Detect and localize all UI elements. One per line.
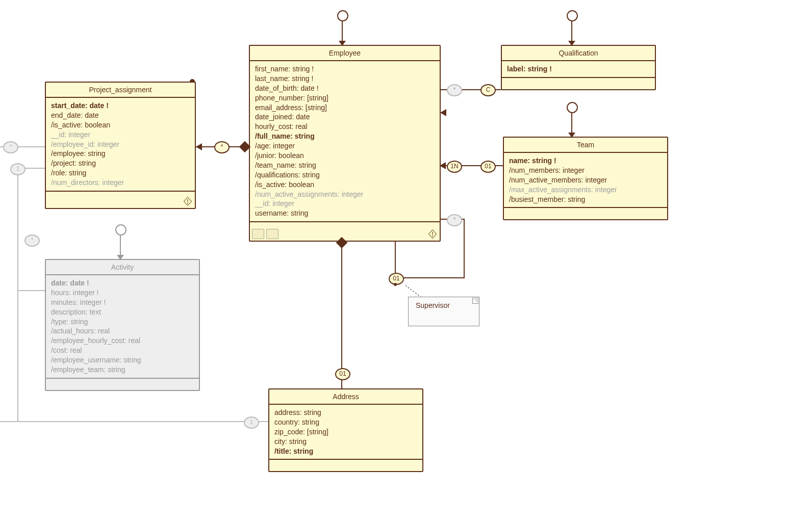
warning-icon [427,229,438,239]
activity-attributes: date: date ! hours: integer ! minutes: i… [46,275,199,379]
self-assoc-dot [394,283,397,286]
project-assignment-attributes: start_date: date ! end_date: date /is_ac… [46,98,195,192]
class-title-activity: Activity [46,260,199,275]
home-icon[interactable] [252,229,264,239]
svg-point-12 [187,203,188,204]
mult-pa-left-star: * [3,141,18,153]
employee-interface-lollipop [342,20,343,45]
warning-icon [183,196,193,206]
class-qualification[interactable]: Qualification label: string ! [501,45,656,90]
class-activity[interactable]: Activity date: date ! hours: integer ! m… [45,259,200,391]
address-attributes: address: string country: string zip_code… [269,405,422,460]
mult-emp-qual-star: * [447,84,462,96]
class-team[interactable]: Team name: string ! /num_members: intege… [503,137,668,220]
svg-point-10 [432,236,433,237]
class-title-address: Address [269,389,422,405]
class-project-assignment[interactable]: Project_assignment start_date: date ! en… [45,82,196,209]
class-title-project-assignment: Project_assignment [46,83,195,98]
note-supervisor[interactable]: Supervisor [408,297,479,326]
mult-emp-self-star: * [447,214,462,226]
class-title-qualification: Qualification [502,46,655,61]
mult-activity-one: 1 [244,416,259,429]
class-title-team: Team [504,138,667,153]
mult-activity-star: * [24,234,40,247]
class-employee[interactable]: Employee first_name: string ! last_name:… [249,45,441,242]
mult-emp-team-01: 01 [480,161,496,173]
nav-arrow-qual [440,109,446,116]
mult-pa-left-one: 1 [10,163,26,175]
activity-interface-lollipop [120,234,121,259]
class-address[interactable]: Address address: string country: string … [268,388,423,472]
mult-emp-qual-c: C [480,84,496,96]
qualification-interface-lollipop [571,20,572,45]
note-label: Supervisor [416,301,450,309]
mult-emp-team-1n: 1N [447,161,462,173]
nav-arrow-team [440,162,446,169]
nav-arrow-pa [196,143,202,150]
list-icon[interactable] [266,229,278,239]
qualification-attributes: label: string ! [502,61,655,78]
team-interface-lollipop [571,112,572,137]
class-title-employee: Employee [250,46,440,61]
employee-attributes: first_name: string ! last_name: string !… [250,61,440,222]
mult-emp-addr-01: 01 [335,368,350,380]
team-attributes: name: string ! /num_members: integer /nu… [504,153,667,208]
mult-pa-emp-star: * [214,141,230,153]
